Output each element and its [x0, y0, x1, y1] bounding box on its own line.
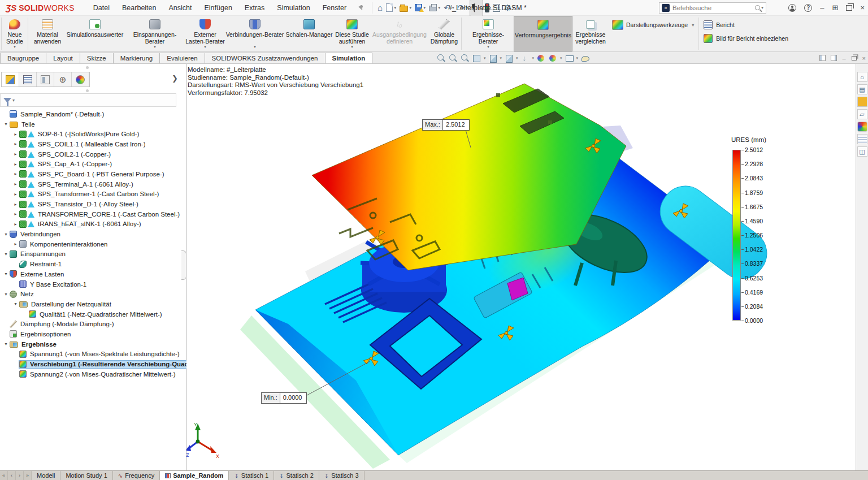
study-tab-sample-random[interactable]: Sample_Random [160, 471, 229, 480]
model-scene[interactable]: Y X Z [186, 64, 856, 470]
restore-button[interactable] [846, 5, 852, 11]
tree-item-content[interactable]: Dämpfung (-Modale Dämpfung-) [10, 321, 186, 328]
verformungsergebnis-button[interactable]: Verformungsergebnis [514, 16, 572, 51]
new-document-icon[interactable]: ▾ [384, 2, 398, 13]
tree-item[interactable]: ▸TRANSFORMER_CORE-1 (-Cast Carbon Steel-… [0, 209, 186, 219]
tree-item-content[interactable]: SPS_Transistor_D-1 (-Alloy Steel-) [19, 201, 186, 208]
pane-close-icon[interactable]: × [862, 55, 866, 62]
ergebnisse-berater-caret-icon[interactable]: ▾ [487, 44, 489, 50]
propertymanager-tab[interactable] [19, 72, 37, 87]
tree-expand-arrow-icon[interactable]: ▾ [12, 301, 19, 306]
previous-pane-icon[interactable] [819, 55, 826, 61]
panel-grip-dot[interactable] [86, 66, 89, 69]
home-icon[interactable]: ⌂ [376, 2, 384, 14]
view-palette-icon[interactable] [857, 134, 867, 144]
view-settings-icon[interactable] [565, 54, 574, 63]
search-caret-icon[interactable]: ▾ [761, 5, 763, 10]
tree-item[interactable]: Dämpfung (-Modale Dämpfung-) [0, 319, 186, 329]
tree-item[interactable]: ▸tRANS_hEAT_sINK-1 (-6061 Alloy-) [0, 219, 186, 230]
tree-item-content[interactable]: Darstellung der Netzqualität [19, 300, 186, 308]
tree-item-content[interactable]: Qualität1 (-Netz-Quadratischer Mittelwer… [29, 310, 186, 318]
filter-caret-icon[interactable]: ▾ [12, 98, 15, 103]
save-icon[interactable]: ▾ [413, 3, 427, 12]
tree-item[interactable]: Sample_Random* (-Default-) [0, 109, 186, 119]
tree-item[interactable]: ▾Externe Lasten [0, 269, 186, 279]
tree-item[interactable]: ▸SPS_Transformer-1 (-Cast Carbon Steel-) [0, 189, 186, 200]
pin-menu-icon[interactable] [357, 5, 364, 11]
print-icon-caret[interactable]: ▾ [438, 5, 440, 10]
tab-scroll-prev-icon[interactable]: ‹ [8, 471, 16, 480]
filter-funnel-icon[interactable] [3, 98, 11, 103]
zoom-area-icon[interactable] [448, 54, 458, 63]
section-view-icon[interactable] [472, 54, 481, 63]
custom-properties-icon[interactable]: ◫ [857, 146, 867, 157]
menu-item-ansicht[interactable]: Ansicht [163, 1, 198, 15]
tree-filter-row[interactable]: ▾ [0, 93, 176, 107]
tree-item-content[interactable]: Verbindungen [10, 231, 186, 238]
ergebnisse-vergleichen-button[interactable]: Ergebnissevergleichen [572, 16, 609, 51]
tree-item-content[interactable]: Sample_Random* (-Default-) [10, 110, 186, 118]
tree-item[interactable]: ▸SPS_COIL2-1 (-Copper-) [0, 149, 186, 159]
tree-item[interactable]: Verschiebung1 (-Resultierende Verschiebu… [0, 359, 186, 369]
study-tab-frequency[interactable]: ∿Frequency [113, 471, 160, 480]
file-explorer-icon[interactable]: ▱ [857, 109, 867, 119]
open-icon-caret[interactable]: ▾ [409, 5, 411, 10]
tree-item-content[interactable]: Restraint-1 [19, 261, 186, 268]
verbindungen-berater-button[interactable]: Verbindungen-Berater▾ [225, 16, 285, 51]
tab-scroll-first-icon[interactable]: « [0, 471, 8, 480]
tree-item[interactable]: Ergebnisoptionen [0, 329, 186, 339]
tree-item[interactable]: Y Base Excitation-1 [0, 279, 186, 289]
tree-item[interactable]: ▾Einspannungen [0, 249, 186, 260]
globale-dämpfung-button[interactable]: GlobaleDämpfung [428, 16, 460, 51]
apply-scene-icon[interactable] [548, 54, 558, 63]
tree-expand-arrow-icon[interactable]: ▾ [2, 341, 10, 347]
user-account-icon[interactable] [788, 4, 796, 12]
previous-view-icon[interactable] [460, 54, 470, 63]
panel-splitter-handle[interactable] [181, 250, 186, 280]
tab-layout[interactable]: Layout [46, 53, 80, 63]
display-style-icon-caret[interactable]: ▾ [516, 56, 518, 60]
tree-item-content[interactable]: Teile [10, 120, 186, 128]
help-icon[interactable]: ? [804, 4, 812, 12]
tree-item-content[interactable]: SPS_COIL1-1 (-Malleable Cast Iron-) [19, 140, 186, 148]
tree-item[interactable]: ▸SPS_PC_Board-1 (-PBT General Purpose-) [0, 169, 186, 179]
view-orientation-icon-caret[interactable]: ▾ [500, 56, 502, 60]
tree-item[interactable]: ▸SPS_Cap_A-1 (-Copper-) [0, 159, 186, 169]
tree-expand-arrow-icon[interactable]: ▾ [2, 271, 10, 276]
tree-item[interactable]: ▸SPS_COIL1-1 (-Malleable Cast Iron-) [0, 139, 186, 149]
apply-scene-icon-caret[interactable]: ▾ [560, 56, 562, 60]
display-style-icon[interactable] [504, 54, 514, 63]
menu-item-simulation[interactable]: Simulation [271, 1, 316, 15]
new-document-icon-caret[interactable]: ▾ [394, 5, 396, 10]
tree-item[interactable]: ▾Ergebnisse [0, 339, 186, 349]
tree-item[interactable]: Spannung1 (-von Mises-Spektrale Leistung… [0, 349, 186, 360]
neue-studie-button[interactable]: NeueStudie▾ [3, 16, 27, 51]
tree-expand-arrow-icon[interactable]: ▸ [12, 222, 19, 227]
resources-icon[interactable]: ▤ [857, 84, 867, 94]
study-tab-statisch-3[interactable]: ↧Statisch 3 [319, 471, 364, 480]
max-callout[interactable]: Max.: 2.5012 [422, 119, 470, 131]
study-tab-statisch-1[interactable]: ↧Statisch 1 [229, 471, 274, 480]
search-input[interactable] [672, 5, 755, 11]
tab-skizze[interactable]: Skizze [80, 53, 114, 63]
tab-baugruppe[interactable]: Baugruppe [0, 53, 46, 63]
next-pane-icon[interactable] [831, 55, 837, 61]
tree-item-content[interactable]: SPS_COIL2-1 (-Copper-) [19, 150, 186, 158]
study-tab-statisch-2[interactable]: ↧Statisch 2 [274, 471, 319, 480]
tree-item[interactable]: ▸SPS_Transistor_D-1 (-Alloy Steel-) [0, 199, 186, 209]
tab-simulation[interactable]: Simulation [325, 53, 373, 63]
tree-expand-arrow-icon[interactable]: ▸ [12, 202, 19, 207]
design-library-icon[interactable] [857, 97, 867, 107]
tree-item-content[interactable]: Verschiebung1 (-Resultierende Verschiebu… [19, 361, 186, 368]
tree-item-content[interactable]: Spannung2 (-von Mises-Quadratischer Mitt… [19, 370, 186, 378]
tree-item[interactable]: Restraint-1 [0, 259, 186, 269]
ergebnisse-berater-button[interactable]: Ergebnisse-Berater▾ [463, 16, 514, 51]
diese-studie-ausführen-caret-icon[interactable]: ▾ [351, 44, 353, 50]
search-icon[interactable] [755, 5, 760, 10]
tree-expand-arrow-icon[interactable]: ▸ [12, 141, 19, 146]
tree-item-content[interactable]: SPS_Transformer-1 (-Cast Carbon Steel-) [19, 191, 186, 198]
darstellungswerkzeuge-button[interactable]: Darstellungswerkzeuge▾ [609, 18, 697, 32]
tree-expand-arrow-icon[interactable]: ▾ [2, 292, 10, 297]
menu-item-extras[interactable]: Extras [238, 1, 271, 15]
tree-item-content[interactable]: SPS_Cap_A-1 (-Copper-) [19, 161, 186, 168]
